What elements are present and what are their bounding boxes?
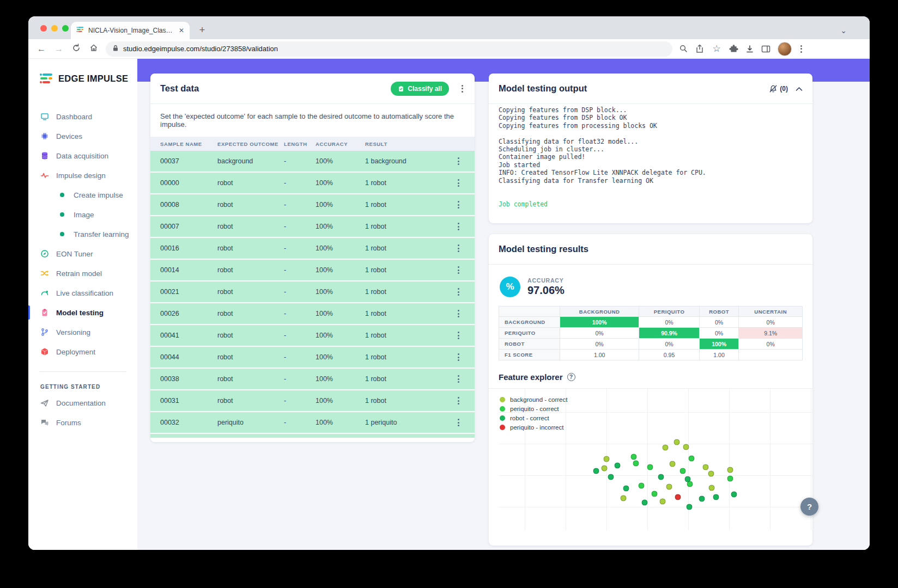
minimize-window-button[interactable] xyxy=(51,25,58,32)
row-menu-icon[interactable] xyxy=(456,352,467,363)
browser-tab[interactable]: NICLA-Vision_Image_Classific ✕ xyxy=(71,22,190,39)
sidebar-item-deployment[interactable]: Deployment xyxy=(28,342,137,362)
row-menu-icon[interactable] xyxy=(456,330,467,341)
matrix-cell: 0% xyxy=(739,317,803,328)
bookmark-star-icon[interactable]: ☆ xyxy=(711,43,722,54)
edge-impulse-logo[interactable]: EDGE IMPULSE xyxy=(28,59,137,84)
row-menu-icon[interactable] xyxy=(456,286,467,297)
tab-close-icon[interactable]: ✕ xyxy=(179,27,184,34)
sidebar-item-versioning[interactable]: Versioning xyxy=(28,322,137,342)
data-point-periquito-correct xyxy=(651,491,657,497)
sample-name-cell: 00021 xyxy=(160,288,217,296)
console-line: Classifying data for float32 model... xyxy=(499,138,803,145)
table-row[interactable]: 00038robot-100%1 robot xyxy=(150,369,475,389)
side-panel-icon[interactable] xyxy=(761,45,770,53)
row-menu-icon[interactable] xyxy=(456,395,467,406)
feature-explorer-plot[interactable]: background - correctperiquito - correctr… xyxy=(499,389,812,530)
table-row[interactable]: 00008robot-100%1 robot xyxy=(150,194,475,215)
test-data-menu-icon[interactable] xyxy=(460,83,465,94)
table-row[interactable]: 00007robot-100%1 robot xyxy=(150,216,475,237)
sample-name-cell: 00032 xyxy=(160,419,217,426)
sidebar-item-impulse-design[interactable]: Impulse design xyxy=(28,166,137,185)
sidebar-item-devices[interactable]: Devices xyxy=(28,126,137,146)
accuracy-label: ACCURACY xyxy=(527,277,565,284)
length-cell: - xyxy=(284,201,315,209)
sidebar-item-forums[interactable]: Forums xyxy=(28,413,137,432)
row-menu-icon[interactable] xyxy=(456,417,467,428)
extensions-puzzle-icon[interactable] xyxy=(729,44,738,53)
sidebar-item-documentation[interactable]: Documentation xyxy=(28,393,137,413)
maximize-window-button[interactable] xyxy=(62,25,69,32)
row-menu-icon[interactable] xyxy=(456,177,467,188)
sidebar-item-retrain-model[interactable]: Retrain model xyxy=(28,264,137,283)
collapse-chevron-icon[interactable] xyxy=(796,84,803,94)
sidebar-item-label: Dashboard xyxy=(56,113,92,121)
help-fab-button[interactable]: ? xyxy=(800,498,818,516)
matrix-row-robot: ROBOT xyxy=(499,339,560,350)
share-icon[interactable] xyxy=(695,44,704,53)
table-row[interactable]: 00037background-100%1 background xyxy=(150,151,475,171)
find-icon[interactable] xyxy=(679,44,688,53)
table-row[interactable]: 00044robot-100%1 robot xyxy=(150,347,475,367)
console-line: INFO: Created TensorFlow Lite XNNPACK de… xyxy=(499,169,803,176)
sidebar-item-transfer-learning[interactable]: Transfer learning xyxy=(28,224,137,244)
row-menu-icon[interactable] xyxy=(456,243,467,254)
legend-dot-icon xyxy=(500,397,505,402)
sample-name-cell: 00041 xyxy=(160,332,217,339)
reload-icon[interactable] xyxy=(71,44,82,54)
row-menu-icon[interactable] xyxy=(456,221,467,232)
feature-explorer-help-icon[interactable]: ? xyxy=(567,373,575,381)
sample-name-cell: 00007 xyxy=(160,223,217,230)
data-point-robot-correct xyxy=(593,468,599,474)
row-menu-icon[interactable] xyxy=(456,308,467,319)
table-row[interactable]: 00016robot-100%1 robot xyxy=(150,238,475,259)
row-menu-icon[interactable] xyxy=(456,199,467,210)
expected-outcome-cell: robot xyxy=(217,353,284,361)
classify-all-button[interactable]: Classify all xyxy=(391,82,449,96)
row-menu-icon[interactable] xyxy=(456,373,467,384)
length-cell: - xyxy=(284,353,315,361)
close-window-button[interactable] xyxy=(40,25,47,32)
expected-outcome-cell: robot xyxy=(217,266,284,274)
sidebar-item-eon-tuner[interactable]: EON Tuner xyxy=(28,244,137,264)
row-menu-icon[interactable] xyxy=(456,156,467,167)
sidebar-item-image[interactable]: Image xyxy=(28,205,137,224)
table-row[interactable]: 00014robot-100%1 robot xyxy=(150,260,475,280)
table-row[interactable]: 00000robot-100%1 robot xyxy=(150,173,475,193)
back-icon[interactable]: ← xyxy=(36,44,47,54)
table-row[interactable]: 00032periquito-100%1 periquito xyxy=(150,412,475,433)
sidebar-item-live-classification[interactable]: Live classification xyxy=(28,283,137,303)
expected-outcome-cell: robot xyxy=(217,179,284,187)
sidebar-item-dashboard[interactable]: Dashboard xyxy=(28,107,137,126)
table-row[interactable]: 00031robot-100%1 robot xyxy=(150,390,475,411)
console-line: Copying features from processing blocks … xyxy=(499,122,803,130)
home-icon[interactable] xyxy=(88,44,99,54)
table-row[interactable]: 00021robot-100%1 robot xyxy=(150,281,475,302)
notifications-muted-indicator[interactable]: (0) xyxy=(769,84,788,93)
sidebar-item-model-testing[interactable]: Model testing xyxy=(28,303,137,322)
sidebar-item-create-impulse[interactable]: Create impulse xyxy=(28,185,137,205)
sidebar-item-data-acquisition[interactable]: Data acquisition xyxy=(28,146,137,166)
tab-search-chevron-icon[interactable]: ⌄ xyxy=(840,26,847,35)
browser-menu-icon[interactable] xyxy=(799,44,804,54)
table-row[interactable]: 00041robot-100%1 robot xyxy=(150,325,475,346)
matrix-row-background: BACKGROUND xyxy=(499,317,560,328)
url-bar[interactable]: studio.edgeimpulse.com/studio/273858/val… xyxy=(106,41,672,57)
matrix-column-uncertain: UNCERTAIN xyxy=(739,307,803,317)
profile-avatar[interactable] xyxy=(778,42,792,56)
row-menu-icon[interactable] xyxy=(456,265,467,275)
column-header-expected-outcome: EXPECTED OUTCOME xyxy=(217,141,284,147)
console-line: Container image pulled! xyxy=(499,153,803,161)
forward-icon[interactable]: → xyxy=(53,44,64,54)
eon-tuner-icon xyxy=(40,249,49,258)
matrix-cell: 0.95 xyxy=(639,350,700,360)
new-tab-button[interactable]: + xyxy=(195,23,209,37)
browser-toolbar: ← → studio.edgeimpulse.com/studio/273858… xyxy=(28,39,870,59)
data-point-background-correct xyxy=(603,456,609,462)
table-row[interactable]: 00026robot-100%1 robot xyxy=(150,303,475,324)
impulse-design-icon xyxy=(40,171,49,180)
result-cell: 1 robot xyxy=(365,353,456,361)
clipboard-check-icon xyxy=(398,85,404,92)
download-icon[interactable] xyxy=(745,45,754,53)
model-testing-icon xyxy=(40,308,49,317)
